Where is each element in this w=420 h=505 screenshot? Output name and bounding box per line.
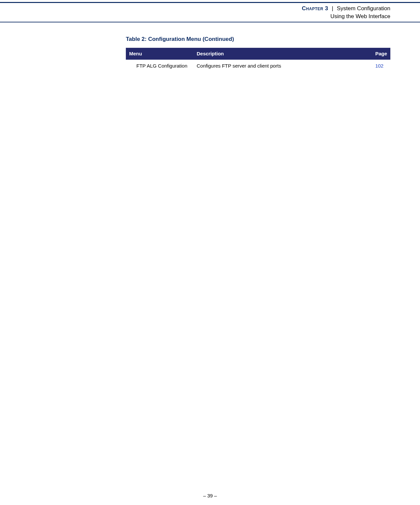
chapter-title: System Configuration: [337, 5, 390, 12]
col-description: Description: [193, 48, 372, 60]
header-pipe: |: [330, 5, 335, 12]
page-footer: – 39 –: [0, 492, 420, 499]
header-rule: [0, 2, 420, 3]
table-header-row: Menu Description Page: [126, 48, 390, 60]
table-caption: Table 2: Configuration Menu (Continued): [126, 36, 390, 43]
page-link[interactable]: 102: [372, 60, 390, 505]
col-menu: Menu: [126, 48, 193, 60]
chapter-subtitle: Using the Web Interface: [0, 13, 390, 20]
table-row: FTP ALG ConfigurationConfigures FTP serv…: [126, 60, 390, 505]
configuration-menu-table: Menu Description Page FTP ALG Configurat…: [126, 48, 390, 505]
col-page: Page: [372, 48, 390, 60]
description-cell: Configures FTP server and client ports: [193, 60, 372, 505]
menu-cell: FTP ALG Configuration: [126, 60, 193, 505]
page-header: Chapter 3 | System Configuration Using t…: [0, 3, 420, 22]
chapter-label: Chapter 3: [302, 5, 328, 12]
